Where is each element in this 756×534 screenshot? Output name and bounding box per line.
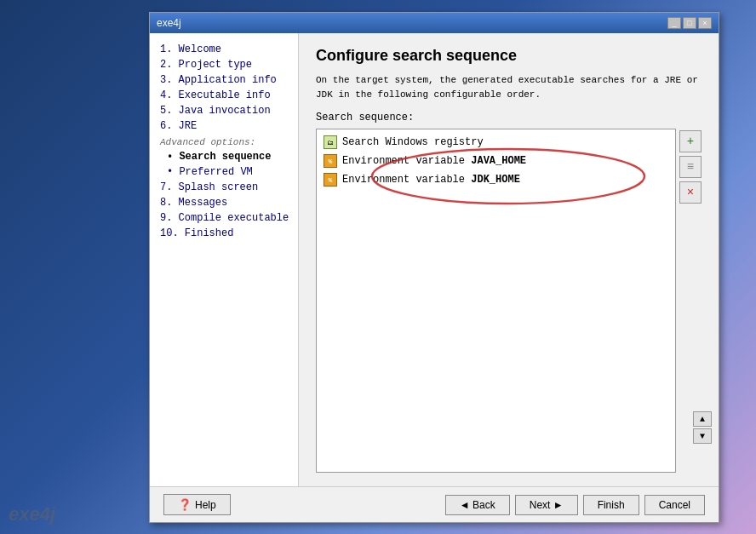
cancel-button[interactable]: Cancel	[644, 495, 705, 515]
dialog-body: 1. Welcome2. Project type3. Application …	[150, 33, 719, 486]
nav-panel: 1. Welcome2. Project type3. Application …	[150, 33, 299, 486]
footer-left: ❓ Help	[163, 494, 231, 515]
page-description: On the target system, the generated exec…	[316, 73, 702, 101]
finish-button[interactable]: Finish	[583, 495, 639, 515]
content-area: Configure search sequence On the target …	[299, 33, 719, 486]
nav-item-search-seq[interactable]: • Search sequence	[157, 149, 291, 164]
nav-item-java-inv[interactable]: 5. Java invocation	[157, 103, 291, 118]
env-icon: %	[324, 173, 337, 187]
nav-item-preferred-vm[interactable]: • Preferred VM	[157, 164, 291, 180]
sequence-label: Search sequence:	[316, 112, 702, 123]
main-dialog: exe4j _ □ × 1. Welcome2. Project type3. …	[149, 12, 719, 523]
nav-item-compile[interactable]: 9. Compile executable	[157, 210, 291, 226]
titlebar-buttons: _ □ ×	[667, 17, 712, 29]
watermark: exe4j	[9, 503, 55, 525]
seq-item-jdk-home[interactable]: %Environment variable JDK_HOME	[320, 170, 672, 189]
minimize-button[interactable]: _	[667, 17, 681, 29]
scroll-down-button[interactable]: ▼	[693, 428, 712, 444]
maximize-button[interactable]: □	[683, 17, 696, 29]
move-button[interactable]: ≡	[679, 156, 702, 178]
nav-section-advanced-label: Advanced options:	[157, 134, 291, 149]
next-button[interactable]: Next ►	[515, 495, 578, 515]
registry-icon: 🗂	[324, 135, 337, 149]
back-button[interactable]: ◄ Back	[445, 495, 510, 515]
nav-item-messages[interactable]: 8. Messages	[157, 195, 291, 210]
close-button[interactable]: ×	[698, 17, 712, 29]
seq-item-registry[interactable]: 🗂Search Windows registry	[320, 133, 672, 152]
help-button[interactable]: ❓ Help	[163, 494, 231, 515]
footer-right: ◄ Back Next ► Finish Cancel	[445, 495, 705, 515]
nav-item-finished[interactable]: 10. Finished	[157, 226, 291, 241]
help-icon: ❓	[178, 498, 192, 511]
dialog-footer: ❓ Help ◄ Back Next ► Finish Cancel	[150, 486, 719, 522]
nav-item-exe-info[interactable]: 4. Executable info	[157, 88, 291, 103]
env-icon: %	[324, 154, 337, 168]
scroll-buttons: ▲ ▼	[693, 411, 712, 444]
page-title: Configure search sequence	[316, 47, 702, 65]
nav-item-app-info[interactable]: 3. Application info	[157, 72, 291, 88]
sequence-list-wrapper: 🗂Search Windows registry%Environment var…	[316, 129, 702, 473]
sequence-list[interactable]: 🗂Search Windows registry%Environment var…	[316, 129, 676, 473]
add-button[interactable]: +	[679, 130, 702, 152]
dialog-title: exe4j	[157, 17, 181, 29]
remove-button[interactable]: ×	[679, 181, 702, 204]
dialog-titlebar: exe4j _ □ ×	[150, 13, 719, 33]
seq-item-label: Search Windows registry	[342, 136, 484, 148]
nav-item-project-type[interactable]: 2. Project type	[157, 57, 291, 72]
nav-item-jre[interactable]: 6. JRE	[157, 118, 291, 134]
seq-item-java-home[interactable]: %Environment variable JAVA_HOME	[320, 152, 672, 170]
scroll-up-button[interactable]: ▲	[693, 411, 712, 427]
nav-item-splash[interactable]: 7. Splash screen	[157, 180, 291, 195]
nav-item-welcome[interactable]: 1. Welcome	[157, 42, 291, 57]
seq-item-label: Environment variable JAVA_HOME	[342, 155, 526, 167]
seq-item-label: Environment variable JDK_HOME	[342, 174, 520, 186]
